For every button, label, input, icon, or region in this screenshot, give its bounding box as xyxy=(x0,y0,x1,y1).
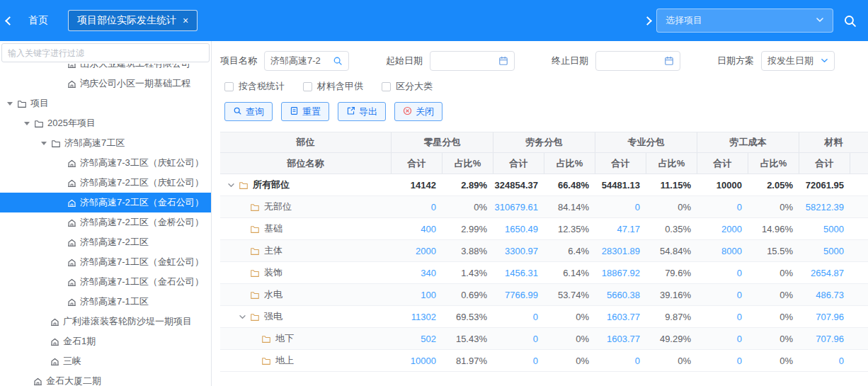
amount-link[interactable]: 2000 xyxy=(697,224,748,234)
amount-link[interactable]: 400 xyxy=(392,224,442,234)
close-button[interactable]: 关闭 xyxy=(394,102,442,121)
tree-item[interactable]: 济邹高速7-2工区（金石公司） xyxy=(0,193,211,212)
table-row[interactable]: 水电1000.69%7766.9953.74%5660.3839.16%00%4… xyxy=(220,284,868,306)
amount-link[interactable]: 0 xyxy=(697,312,748,322)
amount-link[interactable]: 324854.37 xyxy=(493,180,544,191)
table-row[interactable]: 基础4002.99%1650.4912.35%47.170.35%200014.… xyxy=(220,218,868,240)
end-date-input[interactable] xyxy=(595,51,680,71)
query-button[interactable]: 查询 xyxy=(224,102,273,121)
amount-link[interactable]: 0 xyxy=(595,356,646,366)
amount-link[interactable]: 18867.92 xyxy=(595,268,646,278)
tree-item[interactable]: 2025年项目 xyxy=(0,113,211,133)
caret-down-icon[interactable] xyxy=(24,122,30,125)
global-search-icon[interactable] xyxy=(843,14,857,28)
amount-link[interactable]: 0 xyxy=(697,268,748,278)
amount-link[interactable]: 5000 xyxy=(799,246,850,256)
tab-report-active[interactable]: 项目部位实际发生统计 × xyxy=(68,10,198,31)
amount-link[interactable]: 0 xyxy=(595,202,646,212)
project-select[interactable]: 选择项目 xyxy=(656,8,833,33)
calendar-icon[interactable] xyxy=(498,56,508,66)
amount-link[interactable]: 707.96 xyxy=(799,334,850,344)
amount-link[interactable]: 11302 xyxy=(392,312,442,322)
amount-link[interactable]: 1603.77 xyxy=(595,312,646,322)
project-name-value[interactable] xyxy=(270,56,330,67)
tree-item[interactable]: 济邹高速7-1工区（金石公司） xyxy=(0,272,211,292)
amount-link[interactable]: 1650.49 xyxy=(493,224,544,234)
amount-link[interactable]: 0 xyxy=(493,312,544,322)
tree-filter-input[interactable] xyxy=(1,43,210,62)
checkbox-material-owner-supplied[interactable]: 材料含甲供 xyxy=(303,80,363,93)
tree-item[interactable]: 金石大厦二期 xyxy=(0,371,211,386)
tree-item[interactable]: 济邹高速7-1工区 xyxy=(0,292,211,312)
table-row[interactable]: 无部位00%310679.6184.14%00%00%58212.39 xyxy=(220,196,868,218)
amount-link[interactable]: 58212.39 xyxy=(799,202,850,212)
table-row[interactable]: 强电1130269.53%00%1603.779.87%00%707.96 xyxy=(220,306,868,328)
tree-item[interactable]: 济邹高速7-3工区（庆虹公司） xyxy=(0,153,211,173)
amount-link[interactable]: 3300.97 xyxy=(493,246,544,256)
start-date-input[interactable] xyxy=(430,51,515,71)
amount-link[interactable]: 707.96 xyxy=(799,312,850,322)
amount-link[interactable]: 5660.38 xyxy=(595,290,646,300)
calendar-icon[interactable] xyxy=(664,56,674,66)
amount-link[interactable]: 1603.77 xyxy=(595,334,646,344)
amount-link[interactable]: 47.17 xyxy=(595,224,646,234)
checkbox-box[interactable] xyxy=(382,82,391,91)
tree-item[interactable]: 三峡 xyxy=(0,351,211,371)
amount-link[interactable]: 28301.89 xyxy=(595,246,646,256)
amount-link[interactable]: 0 xyxy=(697,334,748,344)
end-date-value[interactable] xyxy=(602,56,661,67)
tab-close-icon[interactable]: × xyxy=(183,16,188,25)
amount-link[interactable]: 0 xyxy=(697,356,748,366)
amount-link[interactable]: 0 xyxy=(493,334,544,344)
amount-link[interactable]: 0 xyxy=(697,290,748,300)
export-button[interactable]: 导出 xyxy=(338,102,386,121)
table-row[interactable]: 所有部位141422.89%324854.3766.48%54481.1311.… xyxy=(220,174,868,196)
amount-link[interactable]: 1456.31 xyxy=(493,268,544,278)
amount-link[interactable]: 72061.95 xyxy=(799,180,850,191)
amount-link[interactable]: 0 xyxy=(392,202,442,212)
amount-link[interactable]: 7766.99 xyxy=(493,290,544,300)
tree-item[interactable]: 广利港滚装客轮防沙堤一期项目 xyxy=(0,312,211,331)
amount-link[interactable]: 0 xyxy=(697,202,748,212)
tree-item[interactable]: 鸿庆公司小区一期基础工程 xyxy=(0,74,211,93)
tree-item[interactable]: 济邹高速7-1工区（金虹公司） xyxy=(0,252,211,272)
table-row[interactable]: 主体20003.88%3300.976.4%28301.8954.84%8000… xyxy=(220,240,868,262)
checkbox-with-tax[interactable]: 按含税统计 xyxy=(224,80,285,93)
tree-item[interactable]: 济邹高速7工区 xyxy=(0,133,211,153)
tree-item[interactable]: 山东大业建筑工程有限公司 xyxy=(0,64,211,74)
tab-home[interactable]: 首页 xyxy=(18,10,58,31)
search-icon[interactable] xyxy=(333,56,343,66)
checkbox-box[interactable] xyxy=(224,82,234,91)
caret-down-icon[interactable] xyxy=(239,313,247,321)
amount-link[interactable]: 2654.87 xyxy=(799,268,850,278)
amount-link[interactable]: 8000 xyxy=(697,246,748,256)
amount-link[interactable]: 2000 xyxy=(392,246,442,256)
amount-link[interactable]: 10000 xyxy=(697,180,748,191)
amount-link[interactable]: 0 xyxy=(799,356,850,366)
table-row[interactable]: 地上1000081.97%00%00%00%0 xyxy=(220,350,868,372)
caret-down-icon[interactable] xyxy=(41,142,47,145)
checkbox-split-category[interactable]: 区分大类 xyxy=(382,80,433,93)
tree-item[interactable]: 济邹高速7-2工区（金桥公司） xyxy=(0,212,211,232)
tree-item[interactable]: 项目 xyxy=(0,93,211,113)
amount-link[interactable]: 14142 xyxy=(392,180,442,191)
project-name-input[interactable] xyxy=(264,51,349,71)
amount-link[interactable]: 54481.13 xyxy=(595,180,646,191)
amount-link[interactable]: 340 xyxy=(392,268,442,278)
checkbox-box[interactable] xyxy=(303,82,312,91)
amount-link[interactable]: 5000 xyxy=(799,224,850,234)
amount-link[interactable]: 10000 xyxy=(392,356,442,366)
date-plan-select[interactable]: 按发生日期 xyxy=(761,51,835,71)
reset-button[interactable]: 重置 xyxy=(281,102,329,121)
tree-item[interactable]: 金石1期 xyxy=(0,331,211,351)
caret-down-icon[interactable] xyxy=(227,181,236,189)
amount-link[interactable]: 502 xyxy=(392,334,442,344)
amount-link[interactable]: 0 xyxy=(493,356,544,366)
start-date-value[interactable] xyxy=(436,56,496,67)
tree-item[interactable]: 济邹高速7-2工区 xyxy=(0,232,211,252)
tabs-scroll-right-icon[interactable] xyxy=(638,10,656,31)
tabs-scroll-left-icon[interactable] xyxy=(0,10,18,31)
table-row[interactable]: 装饰3401.43%1456.316.14%18867.9279.6%00%26… xyxy=(220,262,868,284)
caret-down-icon[interactable] xyxy=(7,102,13,106)
tree-item[interactable]: 济邹高速7-2工区（庆虹公司） xyxy=(0,173,211,193)
